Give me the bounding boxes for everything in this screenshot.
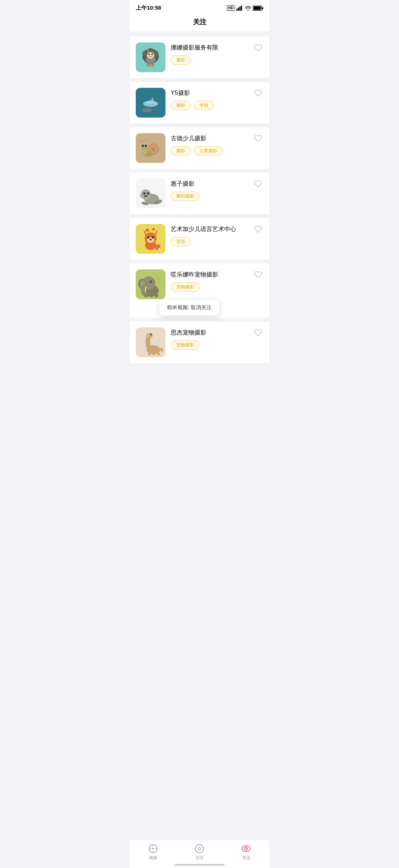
like-button[interactable] [253,327,263,338]
battery-icon [253,6,263,11]
svg-text:🍁: 🍁 [152,227,155,231]
merchant-name: 艺术加少儿语言艺术中心 [171,225,263,233]
heart-icon [254,89,262,97]
status-time: 上午10:58 [136,4,161,12]
like-button[interactable] [253,42,263,53]
status-bar: 上午10:58 HD [130,0,269,15]
heart-icon [254,270,262,279]
home-indicator [175,864,225,866]
list-item: 惠子摄影 舞蹈摄影 [130,173,269,214]
avatar: ♥ ♥ [136,133,165,163]
svg-point-80 [152,848,154,849]
svg-rect-6 [262,7,263,9]
svg-point-14 [147,52,154,59]
card-tags: 语言 [171,237,263,246]
svg-rect-22 [149,66,152,67]
svg-point-48 [144,195,147,197]
card-tags: 宠物摄影 [171,340,263,350]
heart-icon [254,225,262,233]
card-tags: 摄影 儿童摄影 [171,146,263,156]
page-title: 关注 [136,17,263,26]
svg-text:🍂: 🍂 [145,228,150,233]
merchant-name: 哎乐娜咋宠物摄影 [171,271,263,279]
nav-item-community[interactable]: 社区 [189,844,211,861]
list-item: 🍂 🍁 艺术加少儿语言艺术中心 语言 [130,218,269,260]
svg-rect-71 [155,294,158,297]
tag: 宠物摄影 [171,340,200,350]
svg-point-82 [198,847,201,850]
avatar [136,327,165,357]
heart-icon [254,44,262,52]
svg-point-58 [147,236,149,238]
avatar [136,269,165,299]
svg-point-73 [146,333,153,338]
merchant-name: 惠子摄影 [171,180,263,188]
merchant-name: 挪娜摄影服务有限 [171,44,263,52]
unfollow-tooltip[interactable]: 稻米视频: 取消关注 [160,300,219,316]
like-button[interactable] [253,224,263,234]
like-button[interactable] [253,88,263,98]
tag: 摄影 [171,101,191,110]
merchant-name: Y5摄影 [171,89,263,97]
card-body: 艺术加少儿语言艺术中心 语言 [171,224,263,246]
avatar: 🍂 🍁 [136,224,165,254]
nav-label-community: 社区 [196,855,204,861]
nav-item-follow[interactable]: 关注 [235,844,257,861]
svg-text:♥: ♥ [145,138,147,142]
tag: 舞蹈摄影 [171,192,200,201]
svg-point-75 [151,334,152,335]
like-button[interactable] [253,179,263,189]
list-item: 挪娜摄影服务有限 摄影 [130,36,269,78]
wifi-icon [245,6,251,11]
avatar [136,42,165,72]
card-body: Y5摄影 摄影 专辑 [171,88,263,110]
svg-point-32 [152,148,154,150]
follow-nav-icon [241,844,251,853]
tag: 摄影 [171,146,191,156]
svg-rect-78 [157,353,160,355]
tag: 摄影 [171,55,191,65]
card-body: 挪娜摄影服务有限 摄影 [171,42,263,65]
like-button[interactable] [253,133,263,144]
signal-icon [236,6,243,11]
svg-rect-70 [149,294,153,297]
card-tags: 宠物摄影 [171,282,263,292]
svg-point-16 [151,54,153,55]
svg-rect-77 [152,353,155,355]
card-tags: 摄影 [171,55,263,65]
nav-label-follow: 关注 [242,855,250,861]
like-button[interactable] [253,269,263,280]
list-item: 哎乐娜咋宠物摄影 宠物摄影 稻米视频: 取消关注 [130,263,269,318]
heart-icon [254,180,262,188]
tag: 语言 [171,237,191,246]
tag: 专辑 [194,101,214,110]
svg-point-59 [152,236,154,238]
svg-rect-0 [236,9,238,11]
list-item: 思杰宠物摄影 宠物摄影 [130,321,269,363]
svg-rect-2 [239,6,241,11]
svg-rect-5 [254,6,261,10]
card-body: 哎乐娜咋宠物摄影 宠物摄影 [171,269,263,292]
svg-point-85 [246,848,247,849]
list-item: ♥ ♥ 古德少儿摄影 摄影 儿童摄影 [130,127,269,169]
card-tags: 摄影 专辑 [171,101,263,110]
svg-text:♥: ♥ [141,139,143,143]
merchant-name: 思杰宠物摄影 [171,329,263,337]
svg-rect-3 [241,6,242,11]
svg-point-42 [141,189,151,200]
svg-rect-23 [152,66,155,67]
status-icons: HD [227,5,263,11]
header: 关注 [130,15,269,32]
nav-item-video[interactable]: 视频 [142,844,164,861]
svg-point-17 [149,56,152,57]
svg-point-43 [143,192,145,195]
card-body: 古德少儿摄影 摄影 儿童摄影 [171,133,263,156]
svg-rect-69 [144,294,148,297]
list-item: Y5摄影 摄影 专辑 [130,82,269,124]
svg-rect-76 [148,353,151,355]
svg-point-28 [143,108,151,112]
content-list: 挪娜摄影服务有限 摄影 [130,32,269,397]
svg-point-60 [149,239,152,240]
avatar [136,88,165,118]
tag: 儿童摄影 [194,146,223,156]
